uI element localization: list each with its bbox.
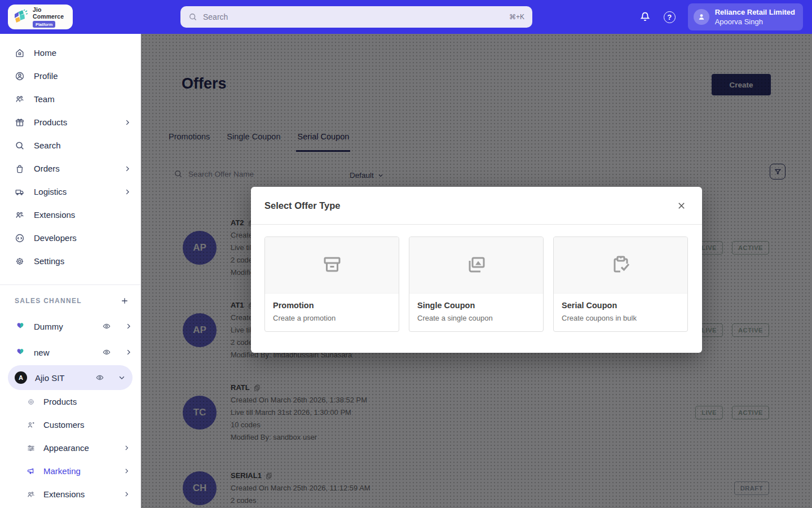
sales-channel-new[interactable]: new [0, 339, 140, 365]
eye-icon[interactable] [95, 373, 104, 382]
card-title: Promotion [273, 301, 391, 310]
chevron-right-icon [123, 165, 131, 173]
logo-platform-badge: Platform [33, 21, 55, 28]
home-icon [15, 48, 25, 58]
megaphone-icon [27, 467, 36, 476]
search-icon [15, 141, 25, 151]
channel-label: Dummy [34, 322, 63, 331]
team-icon [15, 94, 25, 104]
extensions-icon [27, 490, 36, 499]
sidebar-item-label: Marketing [43, 466, 81, 476]
image-icon [463, 252, 490, 279]
sidebar-item-label: Profile [34, 71, 58, 81]
card-subtitle: Create a promotion [273, 314, 391, 322]
card-title: Single Coupon [417, 301, 535, 310]
help-button[interactable]: ? [664, 11, 676, 23]
account-menu[interactable]: Reliance Retail Limited Apoorva Singh [688, 3, 803, 30]
close-button[interactable] [674, 199, 689, 213]
offer-type-card-single-coupon[interactable]: Single Coupon Create a single coupon [409, 237, 544, 332]
sidebar: Home Profile Team Products Search Orders… [0, 34, 141, 508]
sliders-icon [27, 444, 36, 453]
topbar: Jio Commerce Platform ⌘+K ? Reliance Ret… [0, 0, 812, 34]
bell-icon [639, 11, 651, 23]
clipboard-check-icon [607, 252, 634, 279]
sidebar-item-profile[interactable]: Profile [0, 64, 140, 87]
sidebar-item-logistics[interactable]: Logistics [0, 180, 140, 203]
sidebar-item-orders[interactable]: Orders [0, 157, 140, 180]
products-icon [15, 117, 25, 128]
sidebar-item-label: Extensions [43, 489, 85, 499]
offer-type-card-serial-coupon[interactable]: Serial Coupon Create coupons in bulk [553, 237, 688, 332]
chevron-right-icon [123, 444, 130, 452]
sidebar-item-channel-marketing[interactable]: Marketing [0, 459, 140, 483]
profile-icon [15, 71, 25, 81]
sidebar-item-label: Search [34, 141, 61, 150]
offer-type-card-promotion[interactable]: Promotion Create a promotion [264, 237, 399, 332]
chevron-right-icon[interactable] [125, 322, 133, 330]
sidebar-item-label: Team [34, 94, 55, 104]
sidebar-item-search[interactable]: Search [0, 134, 140, 157]
sidebar-item-channel-appearance[interactable]: Appearance [0, 436, 140, 459]
avatar [694, 9, 709, 25]
sidebar-item-label: Developers [34, 233, 77, 243]
sidebar-item-home[interactable]: Home [0, 41, 140, 64]
ajio-logo-icon: A [15, 371, 27, 384]
gear-icon [27, 397, 36, 406]
truck-icon [15, 187, 25, 197]
sidebar-item-developers[interactable]: Developers [0, 226, 140, 249]
sidebar-item-channel-customers[interactable]: Customers [0, 413, 140, 436]
logo-title: Jio Commerce [33, 6, 68, 20]
card-subtitle: Create coupons in bulk [562, 314, 679, 322]
close-icon [677, 201, 686, 211]
customers-icon [27, 421, 36, 430]
sidebar-item-extensions[interactable]: Extensions [0, 203, 140, 226]
global-search-input[interactable] [203, 12, 504, 21]
developers-icon [15, 233, 25, 243]
add-sales-channel-button[interactable] [120, 296, 129, 305]
sidebar-divider [0, 284, 140, 285]
extensions-icon [15, 210, 25, 220]
card-subtitle: Create a single coupon [417, 314, 535, 322]
jio-commerce-logo-icon [12, 8, 29, 25]
chevron-right-icon [123, 188, 131, 196]
notifications-button[interactable] [639, 11, 651, 23]
org-name: Reliance Retail Limited [715, 7, 795, 17]
app-logo[interactable]: Jio Commerce Platform [8, 5, 73, 29]
chevron-right-icon [123, 119, 131, 126]
sidebar-item-channel-products[interactable]: Products [0, 390, 140, 413]
channel-label: Ajio SIT [35, 373, 65, 383]
help-icon: ? [664, 11, 676, 23]
chevron-right-icon [123, 467, 130, 475]
global-search[interactable]: ⌘+K [180, 6, 532, 28]
sidebar-item-channel-extensions[interactable]: Extensions [0, 483, 140, 506]
chevron-right-icon[interactable] [125, 348, 133, 356]
channel-logo-icon [15, 321, 26, 332]
sidebar-item-settings[interactable]: Settings [0, 249, 140, 273]
gear-icon [15, 256, 25, 266]
sidebar-item-label: Home [34, 48, 56, 58]
sidebar-item-label: Products [43, 397, 77, 406]
sidebar-item-label: Orders [34, 164, 60, 173]
sidebar-item-label: Extensions [34, 210, 75, 220]
sales-channel-ajio-sit[interactable]: A Ajio SIT [8, 365, 133, 390]
chevron-down-icon[interactable] [118, 374, 126, 382]
sidebar-item-label: Settings [34, 256, 64, 266]
eye-icon[interactable] [102, 322, 111, 331]
eye-icon[interactable] [102, 348, 111, 357]
sales-channel-heading: SALES CHANNEL [15, 297, 82, 305]
channel-label: new [34, 348, 50, 357]
app-root: Jio Commerce Platform ⌘+K ? Reliance Ret… [0, 0, 812, 508]
sidebar-item-label: Customers [43, 420, 85, 430]
archive-box-icon [319, 252, 346, 279]
sidebar-item-label: Products [34, 117, 67, 127]
chevron-right-icon [123, 491, 130, 498]
sidebar-item-label: Logistics [34, 187, 67, 196]
sales-channel-dummy[interactable]: Dummy [0, 313, 140, 339]
sidebar-item-products[interactable]: Products [0, 111, 140, 134]
channel-logo-icon [15, 347, 26, 358]
user-name: Apoorva Singh [715, 17, 795, 27]
sidebar-item-team[interactable]: Team [0, 87, 140, 111]
orders-icon [15, 164, 25, 174]
person-icon [697, 12, 706, 21]
select-offer-type-modal: Select Offer Type Promotion Create a pro… [251, 187, 702, 353]
